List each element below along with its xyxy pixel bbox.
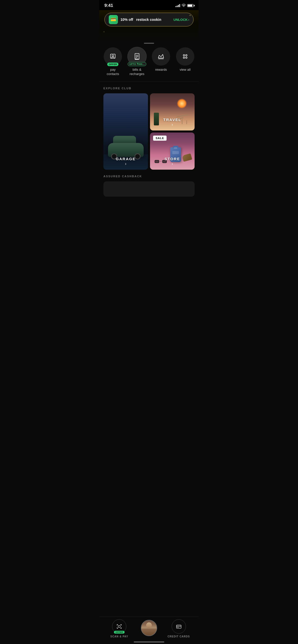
view-all-label: view all — [180, 68, 191, 72]
svg-point-9 — [186, 54, 187, 56]
bills-circle[interactable]: UPTO ₹500... — [128, 47, 146, 66]
action-item-pay-contacts[interactable]: OFFER paycontacts — [102, 47, 124, 76]
wifi-icon — [182, 4, 186, 8]
person-payment-icon — [109, 53, 116, 60]
store-label: STORE — [165, 157, 180, 161]
sun-illustration — [177, 98, 187, 109]
view-all-circle[interactable] — [176, 47, 194, 66]
section-divider — [99, 81, 199, 82]
svg-point-10 — [183, 57, 185, 58]
scroll-indicator — [99, 41, 199, 45]
rewards-circle[interactable] — [152, 47, 170, 66]
wallet-icon: 💳 — [109, 15, 118, 24]
promo-banner[interactable]: 💳 10% off restock cookin UNLOCK › — [104, 13, 194, 26]
promo-text: 10% off restock cookin — [120, 18, 171, 22]
bills-label: bills &recharges — [130, 68, 144, 76]
travel-label: TRAVEL — [163, 118, 181, 122]
pay-contacts-badge: OFFER — [107, 63, 118, 66]
store-arrow: › — [165, 162, 180, 166]
hero-section: 💳 10% off restock cookin UNLOCK › — [99, 10, 199, 41]
pay-contacts-label: paycontacts — [107, 68, 119, 76]
travel-arrow: › — [163, 122, 181, 127]
svg-point-11 — [186, 57, 187, 58]
action-item-rewards[interactable]: rewards — [150, 47, 172, 72]
garage-label: GARAGE — [116, 157, 136, 161]
status-bar: 9:41 — [99, 0, 199, 10]
promo-unlock-button[interactable]: UNLOCK › — [173, 18, 189, 22]
cashback-card[interactable] — [103, 181, 195, 197]
shoe-illustration — [182, 153, 192, 162]
quick-actions: OFFER paycontacts UPTO ₹500... bills &re… — [99, 45, 199, 81]
svg-point-2 — [112, 55, 114, 57]
cashback-title: ASSURED CASHBACK — [103, 175, 195, 178]
rewards-label: rewards — [155, 68, 167, 72]
grid-icon — [182, 53, 189, 60]
explore-section: EXPLORE CLUB GARAGE › — [99, 87, 199, 175]
svg-point-8 — [183, 54, 185, 56]
explore-grid: GARAGE › TRAVEL › — [103, 93, 195, 170]
status-time: 9:41 — [104, 3, 113, 8]
store-card[interactable]: SALE STORE — [150, 133, 195, 170]
car-illustration — [108, 143, 144, 157]
svg-rect-1 — [111, 54, 115, 58]
plant-illustration — [154, 113, 159, 125]
cashback-section: ASSURED CASHBACK — [99, 175, 199, 222]
garage-arrow: › — [116, 162, 136, 166]
crown-icon — [157, 53, 165, 60]
battery-icon — [187, 4, 194, 7]
pay-contacts-circle[interactable]: OFFER — [104, 47, 122, 66]
svg-point-0 — [183, 6, 184, 7]
bills-badge: UPTO ₹500... — [128, 62, 146, 66]
sale-badge: SALE — [153, 136, 167, 141]
action-item-view-all[interactable]: view all — [174, 47, 196, 72]
garage-card[interactable]: GARAGE › — [103, 93, 148, 170]
explore-section-title: EXPLORE CLUB — [103, 87, 195, 90]
action-item-bills[interactable]: UPTO ₹500... bills &recharges — [126, 47, 148, 76]
signal-bars-icon — [175, 4, 180, 7]
receipt-icon — [133, 53, 141, 60]
status-icons — [175, 4, 194, 8]
travel-card[interactable]: TRAVEL › — [150, 93, 195, 130]
